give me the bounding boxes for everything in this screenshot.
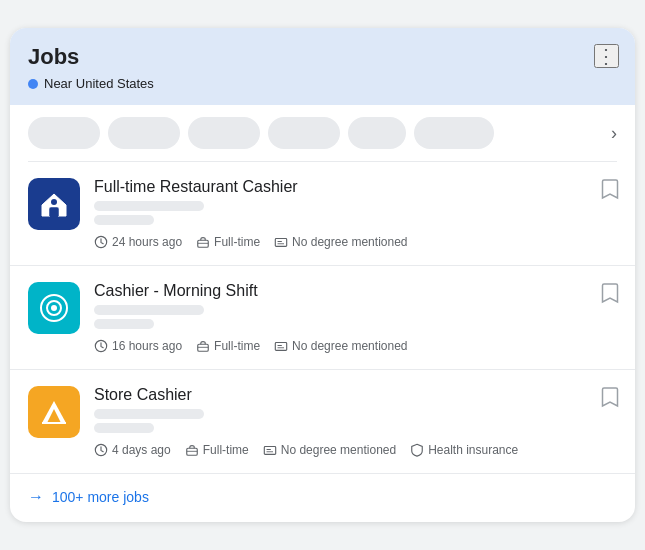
job-meta-1: 24 hours ago Full-time No degree mention… bbox=[94, 235, 617, 249]
filter-pill-4[interactable] bbox=[268, 117, 340, 149]
jobs-card: Jobs Near United States ⋮ › Full-time Re… bbox=[10, 28, 635, 522]
job-content-2: Cashier - Morning Shift 16 hours ago Ful… bbox=[94, 282, 617, 353]
job-item-3[interactable]: Store Cashier 4 days ago Full-time No de… bbox=[10, 370, 635, 474]
svg-point-0 bbox=[51, 199, 57, 205]
job-type-2: Full-time bbox=[196, 339, 260, 353]
job-company-line-2a bbox=[94, 305, 204, 315]
bookmark-button-3[interactable] bbox=[601, 386, 619, 413]
job-type-3: Full-time bbox=[185, 443, 249, 457]
filter-pill-2[interactable] bbox=[108, 117, 180, 149]
filter-bar: › bbox=[10, 105, 635, 161]
job-edu-2: No degree mentioned bbox=[274, 339, 407, 353]
job-type-1: Full-time bbox=[196, 235, 260, 249]
job-company-line-3a bbox=[94, 409, 204, 419]
briefcase-icon-3 bbox=[185, 443, 199, 457]
location-dot-icon bbox=[28, 79, 38, 89]
clock-icon-1 bbox=[94, 235, 108, 249]
shield-icon-3 bbox=[410, 443, 424, 457]
job-time-2: 16 hours ago bbox=[94, 339, 182, 353]
svg-rect-22 bbox=[264, 447, 275, 455]
job-title-2: Cashier - Morning Shift bbox=[94, 282, 617, 300]
job-company-line-2b bbox=[94, 319, 154, 329]
clock-icon-3 bbox=[94, 443, 108, 457]
job-edu-1: No degree mentioned bbox=[274, 235, 407, 249]
job-item-2[interactable]: Cashier - Morning Shift 16 hours ago Ful… bbox=[10, 266, 635, 370]
location-row: Near United States bbox=[28, 76, 617, 91]
location-text: Near United States bbox=[44, 76, 154, 91]
job-meta-3: 4 days ago Full-time No degree mentioned… bbox=[94, 443, 617, 457]
job-company-line-1a bbox=[94, 201, 204, 211]
more-jobs-section: → 100+ more jobs bbox=[10, 474, 635, 522]
filter-scroll-right-icon[interactable]: › bbox=[611, 123, 617, 144]
page-title: Jobs bbox=[28, 44, 617, 70]
bookmark-icon-2 bbox=[601, 282, 619, 304]
job-logo-2 bbox=[28, 282, 80, 334]
diploma-icon-1 bbox=[274, 235, 288, 249]
clock-icon-2 bbox=[94, 339, 108, 353]
job-company-line-3b bbox=[94, 423, 154, 433]
svg-rect-13 bbox=[275, 343, 286, 351]
job-logo-1 bbox=[28, 178, 80, 230]
more-options-button[interactable]: ⋮ bbox=[594, 44, 619, 68]
filter-pill-6[interactable] bbox=[414, 117, 494, 149]
jobs-header: Jobs Near United States ⋮ bbox=[10, 28, 635, 105]
job-edu-3: No degree mentioned bbox=[263, 443, 396, 457]
briefcase-icon-1 bbox=[196, 235, 210, 249]
arrow-right-icon: → bbox=[28, 488, 44, 506]
job-content-3: Store Cashier 4 days ago Full-time No de… bbox=[94, 386, 617, 457]
filter-pill-3[interactable] bbox=[188, 117, 260, 149]
diploma-icon-2 bbox=[274, 339, 288, 353]
bookmark-button-1[interactable] bbox=[601, 178, 619, 205]
svg-point-9 bbox=[51, 305, 57, 311]
cone-icon bbox=[39, 397, 69, 427]
job-time-1: 24 hours ago bbox=[94, 235, 182, 249]
house-icon bbox=[39, 189, 69, 219]
bookmark-button-2[interactable] bbox=[601, 282, 619, 309]
job-title-1: Full-time Restaurant Cashier bbox=[94, 178, 617, 196]
job-title-3: Store Cashier bbox=[94, 386, 617, 404]
job-company-line-1b bbox=[94, 215, 154, 225]
filter-pill-5[interactable] bbox=[348, 117, 406, 149]
bookmark-icon-3 bbox=[601, 386, 619, 408]
job-item-1[interactable]: Full-time Restaurant Cashier 24 hours ag… bbox=[10, 162, 635, 266]
job-logo-3 bbox=[28, 386, 80, 438]
job-meta-2: 16 hours ago Full-time No degree mention… bbox=[94, 339, 617, 353]
target-icon bbox=[38, 292, 70, 324]
more-jobs-label: 100+ more jobs bbox=[52, 489, 149, 505]
diploma-icon-3 bbox=[263, 443, 277, 457]
bookmark-icon-1 bbox=[601, 178, 619, 200]
job-content-1: Full-time Restaurant Cashier 24 hours ag… bbox=[94, 178, 617, 249]
briefcase-icon-2 bbox=[196, 339, 210, 353]
job-time-3: 4 days ago bbox=[94, 443, 171, 457]
more-jobs-link[interactable]: → 100+ more jobs bbox=[28, 488, 617, 506]
svg-rect-4 bbox=[275, 239, 286, 247]
job-benefit-3: Health insurance bbox=[410, 443, 518, 457]
filter-pill-1[interactable] bbox=[28, 117, 100, 149]
